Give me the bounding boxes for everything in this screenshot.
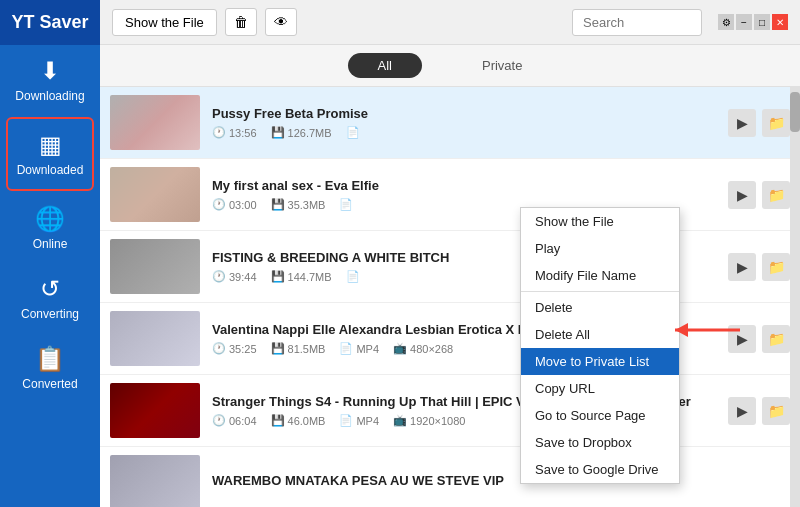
item-actions: ▶ 📁 [728,181,790,209]
folder-button[interactable]: 📁 [762,109,790,137]
filesize: 💾 144.7MB [271,270,332,283]
folder-button[interactable]: 📁 [762,253,790,281]
sidebar-item-downloading[interactable]: ⬇ Downloading [0,45,100,115]
resolution: 📺 480×268 [393,342,453,355]
filetype-icon: 📄 [339,198,353,211]
scrollbar-track[interactable] [790,87,800,507]
download-list: Pussy Free Beta Promise 🕐 13:56 💾 126.7M… [100,87,800,507]
thumbnail [110,167,200,222]
thumbnail [110,311,200,366]
minimize-button[interactable]: − [736,14,752,30]
filetype-icon: 📄 [346,126,360,139]
eye-button[interactable]: 👁 [265,8,297,36]
ctx-save-gdrive[interactable]: Save to Google Drive [521,456,679,483]
list-item[interactable]: WAREMBO MNATAKA PESA AU WE STEVE VIP [100,447,800,507]
play-button[interactable]: ▶ [728,253,756,281]
ctx-modify-name[interactable]: Modify File Name [521,262,679,289]
window-controls: ⚙ − □ ✕ [718,14,788,30]
ctx-go-source[interactable]: Go to Source Page [521,402,679,429]
ctx-divider [521,291,679,292]
sidebar-item-downloaded[interactable]: ▦ Downloaded [6,117,94,191]
sidebar: YT Saver ⬇ Downloading ▦ Downloaded 🌐 On… [0,0,100,507]
sidebar-item-converted[interactable]: 📋 Converted [0,333,100,403]
filesize: 💾 46.0MB [271,414,326,427]
list-item[interactable]: FISTING & BREEDING A WHITE BITCH 🕐 39:44… [100,231,800,303]
converting-icon: ↺ [40,275,60,303]
trash-button[interactable]: 🗑 [225,8,257,36]
sidebar-item-label: Converted [22,377,77,391]
svg-marker-1 [675,323,688,337]
search-input[interactable] [572,9,702,36]
ctx-delete[interactable]: Delete [521,294,679,321]
resolution: 📺 1920×1080 [393,414,465,427]
thumbnail [110,455,200,507]
list-item[interactable]: Stranger Things S4 - Running Up That Hil… [100,375,800,447]
ctx-play[interactable]: Play [521,235,679,262]
close-button[interactable]: ✕ [772,14,788,30]
thumbnail [110,239,200,294]
item-title: Pussy Free Beta Promise [212,106,720,121]
topbar: Show the File 🗑 👁 ⚙ − □ ✕ [100,0,800,45]
filesize: 💾 35.3MB [271,198,326,211]
ctx-delete-all[interactable]: Delete All [521,321,679,348]
filesize: 💾 81.5MB [271,342,326,355]
tab-all[interactable]: All [348,53,422,78]
item-title: WAREMBO MNATAKA PESA AU WE STEVE VIP [212,473,790,488]
ctx-move-private[interactable]: Move to Private List [521,348,679,375]
ctx-copy-url[interactable]: Copy URL [521,375,679,402]
duration: 🕐 03:00 [212,198,257,211]
folder-button[interactable]: 📁 [762,397,790,425]
downloaded-icon: ▦ [39,131,62,159]
converted-icon: 📋 [35,345,65,373]
thumbnail [110,383,200,438]
context-menu: Show the File Play Modify File Name Dele… [520,207,680,484]
sidebar-item-label: Online [33,237,68,251]
show-file-button[interactable]: Show the File [112,9,217,36]
app-title: YT Saver [0,0,100,45]
format: 📄 MP4 [339,342,379,355]
filesize: 💾 126.7MB [271,126,332,139]
duration: 🕐 35:25 [212,342,257,355]
play-button[interactable]: ▶ [728,397,756,425]
sidebar-item-label: Downloaded [17,163,84,177]
arrow-indicator [670,315,750,352]
scrollbar-thumb[interactable] [790,92,800,132]
duration: 🕐 13:56 [212,126,257,139]
item-actions: ▶ 📁 [728,397,790,425]
thumbnail [110,95,200,150]
filetype-icon: 📄 [346,270,360,283]
format: 📄 MP4 [339,414,379,427]
sidebar-item-label: Downloading [15,89,84,103]
item-info: Pussy Free Beta Promise 🕐 13:56 💾 126.7M… [212,106,720,139]
ctx-save-dropbox[interactable]: Save to Dropbox [521,429,679,456]
item-actions: ▶ 📁 [728,109,790,137]
sidebar-item-online[interactable]: 🌐 Online [0,193,100,263]
play-button[interactable]: ▶ [728,181,756,209]
folder-button[interactable]: 📁 [762,325,790,353]
item-actions: ▶ 📁 [728,253,790,281]
main-content: Show the File 🗑 👁 ⚙ − □ ✕ All Private Pu… [100,0,800,507]
search-area [572,9,702,36]
list-item[interactable]: My first anal sex - Eva Elfie 🕐 03:00 💾 … [100,159,800,231]
sidebar-item-converting[interactable]: ↺ Converting [0,263,100,333]
folder-button[interactable]: 📁 [762,181,790,209]
duration: 🕐 06:04 [212,414,257,427]
sidebar-item-label: Converting [21,307,79,321]
list-item[interactable]: Pussy Free Beta Promise 🕐 13:56 💾 126.7M… [100,87,800,159]
online-icon: 🌐 [35,205,65,233]
duration: 🕐 39:44 [212,270,257,283]
item-meta: 🕐 13:56 💾 126.7MB 📄 [212,126,720,139]
tab-private[interactable]: Private [452,53,552,78]
maximize-button[interactable]: □ [754,14,770,30]
gear-button[interactable]: ⚙ [718,14,734,30]
item-title: My first anal sex - Eva Elfie [212,178,720,193]
ctx-show-file[interactable]: Show the File [521,208,679,235]
play-button[interactable]: ▶ [728,109,756,137]
download-icon: ⬇ [40,57,60,85]
item-info: WAREMBO MNATAKA PESA AU WE STEVE VIP [212,473,790,493]
tabs: All Private [100,45,800,87]
